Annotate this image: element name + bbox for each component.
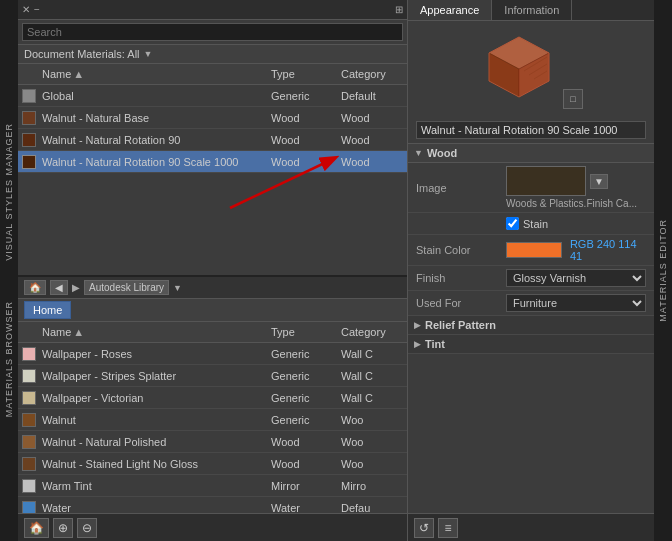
- image-select-btn[interactable]: ▼: [590, 174, 608, 189]
- material-type: Wood: [267, 110, 337, 126]
- section-label: Wood: [427, 147, 457, 159]
- finish-select[interactable]: Glossy Varnish: [506, 269, 646, 287]
- preview-area: □: [408, 21, 654, 117]
- right-panel: Appearance Information □: [408, 0, 654, 541]
- list-item[interactable]: Wallpaper - Stripes Splatter Generic Wal…: [18, 365, 407, 387]
- stain-color-label: Stain Color: [416, 244, 506, 256]
- lib-col-category[interactable]: Category: [337, 324, 407, 340]
- item-category: Wall C: [337, 390, 407, 406]
- left-panel: ✕ − ⊞ Document Materials: All ▼ Name ▲ T…: [18, 0, 408, 541]
- stain-color-value: RGB 240 114 41: [570, 238, 646, 262]
- left-panel-toolbar: 🏠 ⊕ ⊖: [18, 513, 407, 541]
- item-name: Wallpaper - Stripes Splatter: [38, 368, 267, 384]
- list-item[interactable]: Wallpaper - Victorian Generic Wall C: [18, 387, 407, 409]
- list-item[interactable]: Walnut Generic Woo: [18, 409, 407, 431]
- col-name[interactable]: Name ▲: [38, 66, 267, 82]
- col-name-label: Name: [42, 68, 71, 80]
- lib-col-name[interactable]: Name ▲: [38, 324, 267, 340]
- item-category: Wall C: [337, 368, 407, 384]
- dropdown-arrow[interactable]: ▼: [144, 49, 153, 59]
- stain-label: Stain: [523, 218, 548, 230]
- used-for-row: Used For Furniture: [408, 291, 654, 316]
- thumb-cell: [18, 475, 38, 497]
- preview-controls: □: [563, 89, 583, 109]
- stain-checkbox[interactable]: [506, 217, 519, 230]
- table-row[interactable]: Walnut - Natural Base Wood Wood: [18, 107, 407, 129]
- sync-btn[interactable]: ↺: [414, 518, 434, 538]
- list-view-btn[interactable]: ≡: [438, 518, 458, 538]
- table-row[interactable]: Walnut - Natural Rotation 90 Wood Wood: [18, 129, 407, 151]
- create-material-btn[interactable]: ⊕: [53, 518, 73, 538]
- home-button[interactable]: Home: [24, 301, 71, 319]
- item-name: Walnut - Stained Light No Gloss: [38, 456, 267, 472]
- wood-section-header[interactable]: ▼ Wood: [408, 144, 654, 163]
- item-type: Wood: [267, 434, 337, 450]
- relief-expand-icon: ▶: [414, 320, 421, 330]
- section-expand-icon: ▼: [414, 148, 423, 158]
- delete-material-btn[interactable]: ⊖: [77, 518, 97, 538]
- material-name-input[interactable]: [416, 121, 646, 139]
- item-type: Generic: [267, 368, 337, 384]
- tab-appearance[interactable]: Appearance: [408, 0, 492, 20]
- material-name: Walnut - Natural Rotation 90 Scale 1000: [38, 154, 267, 170]
- list-item[interactable]: Warm Tint Mirror Mirro: [18, 475, 407, 497]
- collapse-icon[interactable]: −: [34, 4, 40, 15]
- image-swatch[interactable]: [506, 166, 586, 196]
- thumb-cell: [18, 365, 38, 387]
- material-name: Walnut - Natural Base: [38, 110, 267, 126]
- table-row-selected[interactable]: Walnut - Natural Rotation 90 Scale 1000 …: [18, 151, 407, 173]
- stain-checkbox-row: Stain: [506, 217, 548, 230]
- library-table: Wallpaper - Roses Generic Wall C Wallpap…: [18, 343, 407, 541]
- material-category: Wood: [337, 110, 407, 126]
- item-name: Warm Tint: [38, 478, 267, 494]
- tint-section-header[interactable]: ▶ Tint: [408, 335, 654, 354]
- doc-materials-label: Document Materials: All: [24, 48, 140, 60]
- item-name: Walnut: [38, 412, 267, 428]
- list-item[interactable]: Wallpaper - Roses Generic Wall C: [18, 343, 407, 365]
- list-item[interactable]: Walnut - Stained Light No Gloss Wood Woo: [18, 453, 407, 475]
- tab-information[interactable]: Information: [492, 0, 572, 20]
- tabs: Appearance Information: [408, 0, 654, 21]
- item-type: Generic: [267, 390, 337, 406]
- lib-col-thumb: [18, 324, 38, 340]
- library-table-header: Name ▲ Type Category: [18, 322, 407, 343]
- item-type: Generic: [267, 412, 337, 428]
- material-category: Default: [337, 88, 407, 104]
- left-sidebar: VISUAL STYLES MANAGER MATERIALS BROWSER: [0, 0, 18, 541]
- thumb-cell: [18, 151, 38, 173]
- panel-header-icons: ✕ −: [22, 4, 40, 15]
- doc-materials-header: Document Materials: All ▼: [18, 45, 407, 64]
- material-preview-cube: [479, 29, 559, 109]
- nav-dropdown-arrow[interactable]: ▼: [173, 283, 182, 293]
- tint-expand-icon: ▶: [414, 339, 421, 349]
- used-for-label: Used For: [416, 297, 506, 309]
- lib-sort-arrow: ▲: [73, 326, 84, 338]
- tint-label: Tint: [425, 338, 445, 350]
- stain-color-swatch[interactable]: [506, 242, 562, 258]
- list-item[interactable]: Walnut - Natural Polished Wood Woo: [18, 431, 407, 453]
- item-category: Woo: [337, 434, 407, 450]
- preview-shape-btn[interactable]: □: [563, 89, 583, 109]
- col-category[interactable]: Category: [337, 66, 407, 82]
- thumb-cell: [18, 343, 38, 365]
- relief-section-header[interactable]: ▶ Relief Pattern: [408, 316, 654, 335]
- sidebar-label-materials: MATERIALS BROWSER: [4, 301, 14, 417]
- resize-icon[interactable]: ⊞: [395, 4, 403, 15]
- finish-label: Finish: [416, 272, 506, 284]
- image-prop-row: Image ▼ Woods & Plastics.Finish Ca...: [408, 163, 654, 213]
- table-row[interactable]: Global Generic Default: [18, 85, 407, 107]
- material-type: Wood: [267, 154, 337, 170]
- col-type[interactable]: Type: [267, 66, 337, 82]
- close-icon[interactable]: ✕: [22, 4, 30, 15]
- search-input[interactable]: [22, 23, 403, 41]
- stain-prop-row: Stain: [408, 213, 654, 235]
- item-category: Woo: [337, 412, 407, 428]
- sidebar-label-visual: VISUAL STYLES MANAGER: [4, 123, 14, 261]
- used-for-select[interactable]: Furniture: [506, 294, 646, 312]
- thumb-cell: [18, 107, 38, 129]
- lib-col-type[interactable]: Type: [267, 324, 337, 340]
- item-category: Woo: [337, 456, 407, 472]
- home-toolbar-icon[interactable]: 🏠: [24, 518, 49, 538]
- nav-home-icon[interactable]: 🏠: [24, 280, 46, 295]
- nav-back-icon[interactable]: ◀: [50, 280, 68, 295]
